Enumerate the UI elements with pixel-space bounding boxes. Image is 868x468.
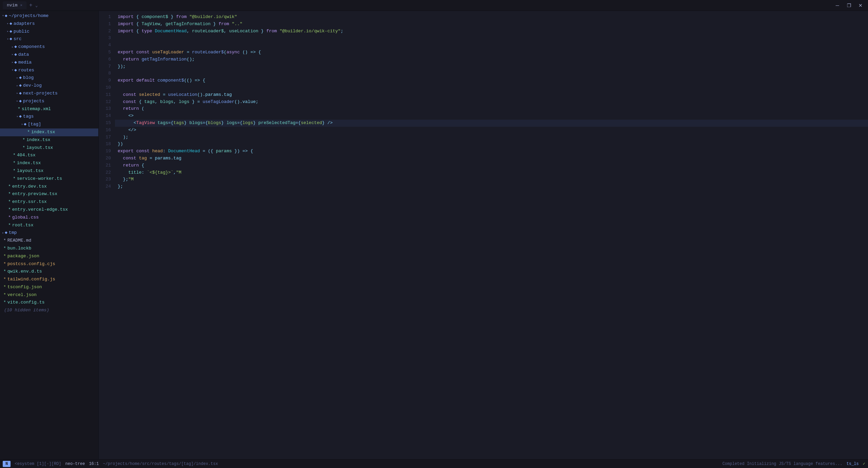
token: head [152,149,163,154]
token: title [128,170,141,175]
tree-item-label: routes [18,67,34,74]
code-line: const { tags, blogs, logs } = useTagLoad… [115,99,868,106]
sidebar-item-dev-log[interactable]: ▸◆dev-log [0,82,98,90]
sidebar-item-root[interactable]: ▾◆~/projects/home [0,12,98,20]
restore-button[interactable]: ❐ [844,1,854,10]
token: routeLoader$ [192,29,224,34]
token: }); [118,64,126,69]
main-layout: ▾◆~/projects/home▸◆adapters▸◆public▾◆src… [0,11,868,459]
tree-item-label: layout.tsx [17,168,44,175]
token: } [221,120,227,125]
token: , [173,170,176,175]
sidebar-item-entry-dev[interactable]: *entry.dev.tsx [0,183,98,191]
sidebar-item-public[interactable]: ▸◆public [0,28,98,36]
sidebar-item-components[interactable]: ▸◆components [0,43,98,51]
tree-item-label: ~/projects/home [9,13,49,20]
sidebar-item-tags-layout[interactable]: *layout.tsx [0,144,98,152]
tab-chevron-icon[interactable]: ⌄ [35,3,38,8]
chevron-right-icon: ▸ [16,75,18,81]
sidebar-item-entry-ssr[interactable]: *entry.ssr.tsx [0,198,98,206]
editor-tab[interactable]: nvim × [3,1,27,9]
sidebar-item-root-tsx[interactable]: *root.tsx [0,222,98,229]
sidebar-item-tag-index[interactable]: *index.tsx [0,128,98,136]
token: TagView [136,120,155,125]
sidebar-item-blog[interactable]: ▸◆blog [0,74,98,82]
sidebar-item-global-css[interactable]: *global.css [0,214,98,222]
sidebar-item-sitemap[interactable]: *sitemap.xml [0,105,98,113]
token: } [253,120,258,125]
token: export [118,149,134,154]
minimize-button[interactable]: ─ [833,1,842,10]
sidebar-item-qwikenv[interactable]: *qwik.env.d.ts [0,268,98,276]
token: const [123,92,136,97]
sidebar-item-media[interactable]: ▸◆media [0,59,98,67]
token: logs [243,120,253,125]
token: , [187,29,192,34]
file-icon: * [3,276,6,283]
sidebar-item-pkgjson[interactable]: *package.json [0,253,98,260]
sidebar-item-f404[interactable]: *404.tsx [0,152,98,159]
new-tab-button[interactable]: + [29,2,33,8]
sidebar-item-tags-index[interactable]: *index.tsx [0,136,98,144]
sidebar-item-entry-verc[interactable]: *entry.vercel-edge.tsx [0,206,98,214]
token: DocumentHead [155,29,187,34]
token: } /> [322,120,333,125]
token: { [139,163,144,168]
folder-icon: ◆ [19,90,22,97]
sidebar-item-svcwrkr[interactable]: *service-worker.ts [0,175,98,183]
sidebar-item-src[interactable]: ▾◆src [0,35,98,43]
sidebar-item-src-layout[interactable]: *layout.tsx [0,167,98,175]
sidebar-item-tailwind[interactable]: *tailwind.config.js [0,276,98,283]
file-icon: * [18,106,20,113]
tree-item-label: README.md [7,237,31,244]
sidebar-item-vercel[interactable]: *vercel.json [0,291,98,299]
token: component$ [157,78,184,83]
line-number: 12 [101,99,111,106]
file-icon: * [3,253,6,260]
token: "M [176,170,182,175]
sidebar-item-bunlockb[interactable]: *bun.lockb [0,245,98,253]
sidebar-item-entry-prev[interactable]: *entry.preview.tsx [0,190,98,198]
tab-close-button[interactable]: × [20,3,22,7]
sidebar-item-next-projects[interactable]: ▸◆next-projects [0,90,98,98]
sidebar-item-projects[interactable]: ▸◆projects [0,98,98,105]
token [187,14,189,19]
sidebar-item-src-index[interactable]: *index.tsx [0,159,98,167]
tree-item-label: entry.dev.tsx [12,183,47,190]
sidebar-item-data[interactable]: ▸◆data [0,51,98,59]
file-icon: * [3,299,6,306]
token: }; [118,184,123,189]
sidebar-item-routes[interactable]: ▾◆routes [0,67,98,74]
sidebar-item-readme[interactable]: *README.md [0,237,98,245]
line-number: 24 [101,183,111,190]
code-editor[interactable]: 1123456789101112131415161718192021222324… [99,11,868,459]
sidebar-item-tmp[interactable]: ▸◆tmp [0,229,98,237]
file-icon: * [3,284,6,291]
line-number: 1 [101,14,111,21]
file-icon: * [22,137,25,144]
folder-icon: ◆ [5,13,7,20]
token: : [163,149,168,154]
token: ={ [296,120,301,125]
sidebar-item-tag-dir[interactable]: ▾◆[tag] [0,121,98,128]
token: async [227,50,240,55]
tree-item-label: projects [23,98,44,105]
code-line: export default component$(() => { [115,77,868,84]
tree-item-label: (10 hidden items) [4,307,49,314]
sidebar-item-postcss[interactable]: *postcss.config.cjs [0,260,98,268]
file-icon: * [3,292,6,299]
tree-item-label: tsconfig.json [7,284,42,291]
sidebar-item-hidden[interactable]: (10 hidden items) [0,307,98,314]
token: preSelectedTag [258,120,296,125]
token: getTagInformation [165,21,211,27]
code-line [115,70,868,77]
tree-item-label: root.tsx [12,222,33,229]
chevron-down-icon: ▾ [21,122,23,127]
close-window-button[interactable]: ✕ [856,1,865,10]
sidebar-item-vite[interactable]: *vite.config.ts [0,299,98,307]
token: { [134,29,141,34]
sidebar-item-adapters[interactable]: ▸◆adapters [0,20,98,28]
sidebar-item-tags-dir[interactable]: ▾◆tags [0,113,98,121]
token: ); [118,135,128,140]
sidebar-item-tsconfig[interactable]: *tsconfig.json [0,283,98,291]
